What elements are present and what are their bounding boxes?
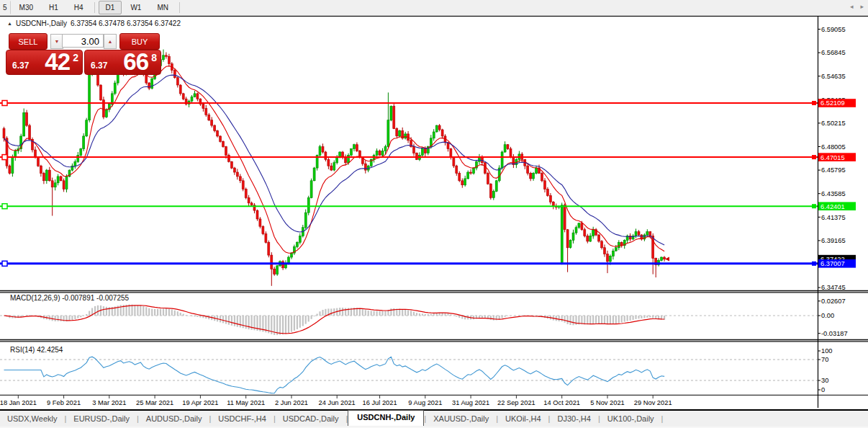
svg-text:6.59055: 6.59055 — [821, 26, 846, 33]
svg-text:24 Jun 2021: 24 Jun 2021 — [319, 399, 356, 406]
chart-header: ▲ USDCNH-,Daily 6.37354 6.37478 6.37354 … — [7, 19, 181, 27]
tab-usdcnh-daily[interactable]: USDCNH-,Daily — [348, 410, 424, 426]
timeframe-h1-button[interactable]: H1 — [42, 1, 65, 14]
sell-price-small: 6.37 — [12, 61, 29, 71]
buy-price-sup: 8 — [151, 52, 157, 63]
macd-label: MACD(12,26,9) -0.007891 -0.007255 — [10, 294, 129, 302]
svg-text:9 Aug 2021: 9 Aug 2021 — [408, 399, 442, 406]
sell-price-sup: 2 — [73, 52, 78, 63]
svg-text:11 May 2021: 11 May 2021 — [227, 399, 265, 406]
svg-text:6.41375: 6.41375 — [821, 214, 846, 221]
svg-text:100: 100 — [821, 347, 833, 355]
toolbar-separator — [94, 2, 95, 13]
svg-text:6.56845: 6.56845 — [821, 49, 846, 56]
buy-price-small: 6.37 — [91, 61, 107, 71]
svg-text:30: 30 — [821, 377, 828, 384]
svg-text:6.48005: 6.48005 — [821, 143, 846, 151]
timeframe-d1-button[interactable]: D1 — [99, 1, 122, 14]
svg-text:14 Oct 2021: 14 Oct 2021 — [543, 399, 580, 406]
tab-usdx-weekly[interactable]: USDX,Weekly — [0, 412, 64, 426]
tab-audusd-daily[interactable]: AUDUSD-,Daily — [139, 412, 209, 426]
tab-scroll-right-icon[interactable]: ▸ — [860, 3, 864, 10]
timeframe-toolbar: 5M30H1H4D1W1MN — [0, 0, 868, 16]
svg-text:0: 0 — [821, 386, 825, 393]
tab-xauusd-daily[interactable]: XAUUSD-,Daily — [426, 412, 496, 426]
svg-text:18 Jan 2021: 18 Jan 2021 — [0, 399, 37, 406]
buy-button[interactable]: BUY — [119, 33, 160, 50]
toolbar-separator — [179, 2, 180, 13]
chart-symbol-title: USDCNH-,Daily — [16, 19, 67, 27]
tab-usdchf-h4[interactable]: USDCHF-,H4 — [211, 412, 273, 426]
tab-dj30-h4[interactable]: DJ30-,H4 — [550, 412, 597, 426]
volume-increase-button[interactable]: ▲ — [104, 34, 117, 49]
tab-uk100-daily[interactable]: UK100-,Daily — [600, 412, 661, 426]
trade-widget: SELL ▼ 3.00 ▲ BUY 6.37 42 2 6.37 66 8 — [6, 32, 161, 73]
svg-text:3 Mar 2021: 3 Mar 2021 — [92, 399, 126, 406]
svg-text:0.02607: 0.02607 — [821, 298, 846, 305]
sell-price-button[interactable]: 6.37 42 2 — [6, 50, 83, 75]
svg-text:22 Sep 2021: 22 Sep 2021 — [497, 399, 535, 406]
timeframe-partial-button[interactable]: 5 — [1, 1, 11, 14]
svg-text:31 Aug 2021: 31 Aug 2021 — [452, 399, 489, 406]
chart-ohlc-values: 6.37354 6.37478 6.37354 6.37422 — [71, 19, 181, 27]
tab-ukoil-h4[interactable]: UKOil-,H4 — [498, 412, 548, 426]
svg-text:0.00: 0.00 — [821, 312, 834, 319]
svg-text:6.45795: 6.45795 — [821, 166, 846, 174]
svg-text:6.47015: 6.47015 — [820, 154, 845, 161]
svg-text:6.42401: 6.42401 — [820, 203, 845, 210]
timeframe-w1-button[interactable]: W1 — [123, 1, 148, 14]
svg-text:6.52109: 6.52109 — [820, 99, 845, 107]
symbol-tabbar: USDX,Weekly|EURUSD-,Daily|AUDUSD-,Daily|… — [0, 409, 868, 427]
svg-text:29 Nov 2021: 29 Nov 2021 — [634, 399, 672, 406]
svg-text:6.50215: 6.50215 — [821, 120, 846, 127]
svg-text:6.39165: 6.39165 — [821, 237, 846, 244]
svg-text:-0.03187: -0.03187 — [821, 330, 848, 337]
svg-text:19 Apr 2021: 19 Apr 2021 — [182, 399, 218, 406]
sell-price-big: 42 — [45, 48, 70, 76]
collapse-trade-panel-icon[interactable]: ▲ — [7, 21, 12, 26]
svg-text:5 Nov 2021: 5 Nov 2021 — [590, 399, 625, 406]
svg-text:16 Jul 2021: 16 Jul 2021 — [363, 399, 397, 406]
tab-usdcad-daily[interactable]: USDCAD-,Daily — [276, 412, 346, 426]
tab-nav: ◂ ▸ — [850, 3, 864, 10]
svg-text:2 Jun 2021: 2 Jun 2021 — [275, 399, 308, 406]
timeframe-mn-button[interactable]: MN — [150, 1, 176, 14]
svg-text:70: 70 — [821, 356, 828, 363]
tab-scroll-left-icon[interactable]: ◂ — [850, 3, 854, 10]
svg-text:6.37007: 6.37007 — [820, 260, 845, 267]
svg-text:9 Feb 2021: 9 Feb 2021 — [47, 399, 81, 406]
rsi-label: RSI(14) 42.4254 — [10, 346, 63, 354]
timeframe-h4-button[interactable]: H4 — [67, 1, 91, 14]
svg-text:6.43585: 6.43585 — [821, 190, 846, 197]
buy-price-button[interactable]: 6.37 66 8 — [84, 50, 161, 75]
svg-text:25 Mar 2021: 25 Mar 2021 — [136, 399, 173, 406]
timeframe-m30-button[interactable]: M30 — [12, 1, 40, 14]
svg-text:6.54635: 6.54635 — [821, 73, 846, 80]
chevron-up-icon: ▲ — [108, 39, 113, 44]
tab-eurusd-daily[interactable]: EURUSD-,Daily — [66, 412, 137, 426]
volume-input[interactable]: 3.00 — [62, 34, 104, 48]
buy-price-big: 66 — [123, 48, 148, 76]
chevron-down-icon: ▼ — [55, 39, 60, 44]
svg-text:6.34745: 6.34745 — [821, 284, 846, 291]
tab-separator: | — [661, 414, 664, 423]
sell-button[interactable]: SELL — [9, 33, 48, 50]
